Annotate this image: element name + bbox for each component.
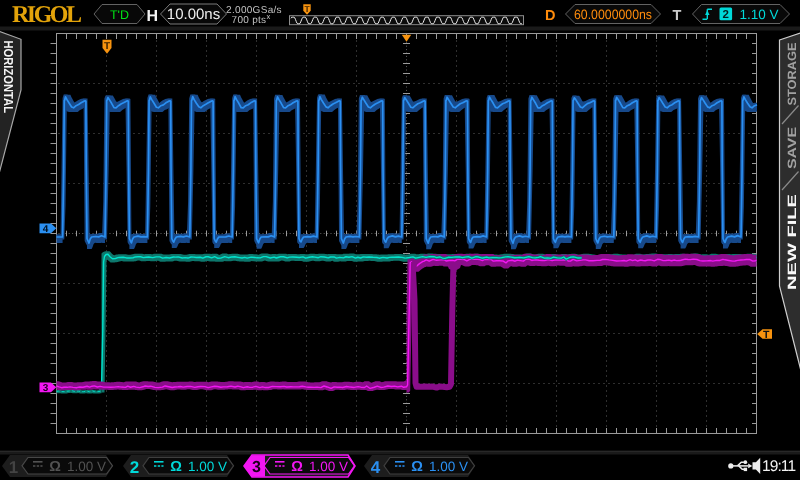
svg-text:NEW FILE: NEW FILE <box>785 194 799 290</box>
svg-text:T'D: T'D <box>110 8 129 22</box>
svg-text:1.10 V: 1.10 V <box>740 7 779 22</box>
svg-text:Ω: Ω <box>170 459 182 475</box>
svg-text:Ω: Ω <box>291 459 303 475</box>
svg-text:H: H <box>147 8 159 25</box>
svg-text:RIGOL: RIGOL <box>12 2 82 28</box>
svg-text:3: 3 <box>252 459 261 476</box>
svg-text:SAVE: SAVE <box>785 127 799 169</box>
svg-text:T: T <box>673 8 682 24</box>
svg-text:60.0000000ns: 60.0000000ns <box>574 7 652 22</box>
svg-text:19:11: 19:11 <box>762 458 796 475</box>
svg-text:4: 4 <box>371 458 381 477</box>
svg-text:10.00ns: 10.00ns <box>167 6 220 23</box>
svg-text:1.00 V: 1.00 V <box>67 459 106 474</box>
svg-text:T: T <box>763 329 770 341</box>
svg-text:T: T <box>104 41 110 52</box>
svg-text:3: 3 <box>43 383 49 394</box>
svg-text:1.00 V: 1.00 V <box>429 459 468 474</box>
svg-text:2: 2 <box>130 458 139 477</box>
svg-text:1.00 V: 1.00 V <box>188 459 227 474</box>
svg-text:700 ptsx: 700 ptsx <box>232 12 271 26</box>
svg-text:HORIZONTAL: HORIZONTAL <box>1 41 16 114</box>
svg-text:D: D <box>545 8 555 24</box>
svg-text:1: 1 <box>9 458 18 477</box>
svg-text:T: T <box>304 4 310 14</box>
svg-text:4: 4 <box>43 224 49 235</box>
svg-text:Ω: Ω <box>411 459 423 475</box>
svg-text:Ω: Ω <box>49 459 61 475</box>
svg-text:STORAGE: STORAGE <box>785 43 799 106</box>
svg-text:1.00 V: 1.00 V <box>309 459 348 474</box>
svg-text:2: 2 <box>723 9 729 21</box>
